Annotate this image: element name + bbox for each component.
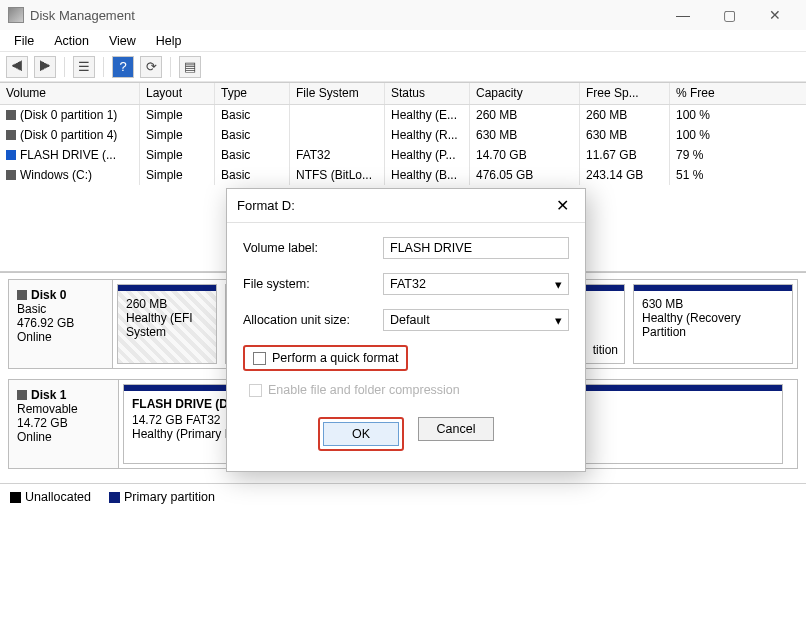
volume-label-input[interactable] — [383, 237, 569, 259]
file-system-select[interactable]: FAT32▾ — [383, 273, 569, 295]
quick-format-label: Perform a quick format — [272, 351, 398, 365]
allocation-unit-select[interactable]: Default▾ — [383, 309, 569, 331]
chevron-down-icon: ▾ — [555, 313, 562, 328]
col-volume[interactable]: Volume — [0, 83, 140, 104]
refresh-icon[interactable]: ⟳ — [140, 56, 162, 78]
maximize-button[interactable]: ▢ — [706, 0, 752, 30]
volume-icon — [6, 110, 16, 120]
table-row[interactable]: (Disk 0 partition 1)SimpleBasicHealthy (… — [0, 105, 806, 125]
col-filesystem[interactable]: File System — [290, 83, 385, 104]
menu-help[interactable]: Help — [146, 32, 192, 50]
menu-view[interactable]: View — [99, 32, 146, 50]
window-title: Disk Management — [30, 8, 135, 23]
cancel-button[interactable]: Cancel — [418, 417, 494, 441]
dialog-close-icon[interactable]: ✕ — [550, 196, 575, 215]
help-icon[interactable]: ? — [112, 56, 134, 78]
quick-format-checkbox[interactable] — [253, 352, 266, 365]
quick-format-row[interactable]: Perform a quick format — [243, 345, 408, 371]
legend-primary: Primary partition — [109, 490, 215, 504]
compression-checkbox — [249, 384, 262, 397]
volume-icon — [6, 150, 16, 160]
chevron-down-icon: ▾ — [555, 277, 562, 292]
menubar: File Action View Help — [0, 30, 806, 52]
legend: Unallocated Primary partition — [0, 483, 806, 510]
partition[interactable]: 260 MBHealthy (EFI System — [117, 284, 217, 364]
nav-back-icon[interactable]: ⯇ — [6, 56, 28, 78]
minimize-button[interactable]: — — [660, 0, 706, 30]
ok-button[interactable]: OK — [323, 422, 399, 446]
volume-header: Volume Layout Type File System Status Ca… — [0, 83, 806, 105]
format-dialog: Format D: ✕ Volume label: File system: F… — [226, 188, 586, 472]
file-system-label: File system: — [243, 277, 383, 291]
table-row[interactable]: FLASH DRIVE (...SimpleBasicFAT32Healthy … — [0, 145, 806, 165]
legend-unallocated: Unallocated — [10, 490, 91, 504]
compression-label: Enable file and folder compression — [268, 383, 460, 397]
col-type[interactable]: Type — [215, 83, 290, 104]
menu-action[interactable]: Action — [44, 32, 99, 50]
col-capacity[interactable]: Capacity — [470, 83, 580, 104]
col-status[interactable]: Status — [385, 83, 470, 104]
col-layout[interactable]: Layout — [140, 83, 215, 104]
table-row[interactable]: Windows (C:)SimpleBasicNTFS (BitLo...Hea… — [0, 165, 806, 185]
dialog-title: Format D: — [237, 198, 295, 213]
list-icon[interactable]: ▤ — [179, 56, 201, 78]
compression-row: Enable file and folder compression — [249, 383, 569, 397]
allocation-unit-label: Allocation unit size: — [243, 313, 383, 327]
table-row[interactable]: (Disk 0 partition 4)SimpleBasicHealthy (… — [0, 125, 806, 145]
app-icon — [8, 7, 24, 23]
toolbar: ⯇ ⯈ ☰ ? ⟳ ▤ — [0, 52, 806, 82]
partition[interactable]: 630 MBHealthy (Recovery Partition — [633, 284, 793, 364]
col-pctfree[interactable]: % Free — [670, 83, 750, 104]
col-free[interactable]: Free Sp... — [580, 83, 670, 104]
volume-icon — [6, 170, 16, 180]
menu-file[interactable]: File — [4, 32, 44, 50]
volume-icon — [6, 130, 16, 140]
show-hide-icon[interactable]: ☰ — [73, 56, 95, 78]
volume-label-label: Volume label: — [243, 241, 383, 255]
titlebar: Disk Management — ▢ ✕ — [0, 0, 806, 30]
nav-forward-icon[interactable]: ⯈ — [34, 56, 56, 78]
close-button[interactable]: ✕ — [752, 0, 798, 30]
